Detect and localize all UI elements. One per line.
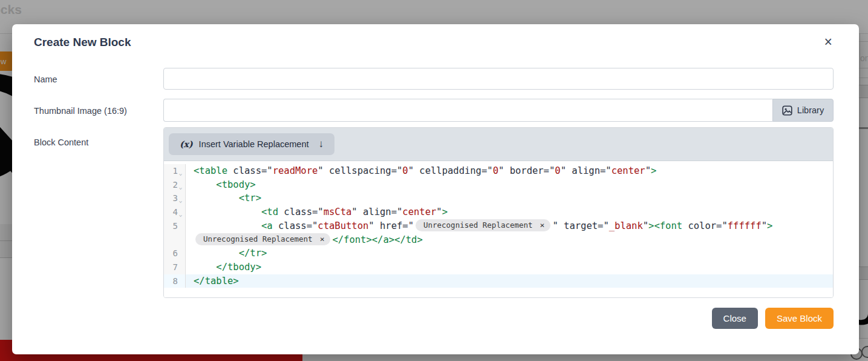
thumbnail-input[interactable] — [163, 99, 772, 122]
variable-icon: (x) — [180, 139, 193, 149]
code-line-content[interactable]: </tr> — [186, 247, 833, 260]
code-editor[interactable]: 1⌄<table class="readMore" cellspacing="0… — [164, 161, 833, 298]
code-line-6[interactable]: 6 </tr> — [164, 247, 833, 260]
line-number: 5 — [164, 219, 186, 247]
close-button[interactable]: Close — [712, 308, 758, 329]
code-line-5[interactable]: 5 <a class="ctaButton" href="Unrecognise… — [164, 219, 833, 247]
code-line-8[interactable]: 8</table> — [164, 274, 833, 288]
code-line-content[interactable]: <table class="readMore" cellspacing="0" … — [186, 164, 833, 178]
code-line-content[interactable]: <a class="ctaButton" href="Unrecognised … — [186, 219, 833, 247]
unrecognised-replacement-chip[interactable]: Unrecognised Replacement× — [416, 219, 550, 231]
block-content-label: Block Content — [34, 137, 88, 147]
line-number: 8 — [164, 274, 186, 288]
fold-chevron-icon[interactable]: ⌄ — [178, 167, 183, 180]
code-line-content[interactable]: <td class="msCta" align="center"> — [186, 205, 833, 219]
thumbnail-input-group: Library — [163, 99, 834, 122]
line-number: 4⌄ — [164, 205, 186, 219]
code-line-1[interactable]: 1⌄<table class="readMore" cellspacing="0… — [164, 164, 833, 178]
code-line-2[interactable]: 2⌄ <tbody> — [164, 178, 833, 192]
chip-remove-icon[interactable]: × — [540, 220, 545, 231]
line-number: 3⌄ — [164, 191, 186, 205]
chip-label: Unrecognised Replacement — [423, 220, 533, 231]
insert-variable-button[interactable]: (x) Insert Variable Replacement ↓ — [169, 133, 334, 155]
image-icon — [782, 105, 792, 116]
line-number: 1⌄ — [164, 164, 186, 178]
line-number: 6 — [164, 247, 186, 260]
block-content-editor: (x) Insert Variable Replacement ↓ 1⌄<tab… — [163, 127, 834, 298]
editor-toolbar: (x) Insert Variable Replacement ↓ — [164, 128, 833, 161]
save-block-button[interactable]: Save Block — [765, 308, 834, 329]
chip-remove-icon[interactable]: × — [320, 234, 325, 245]
line-number: 7 — [164, 260, 186, 274]
insert-variable-label: Insert Variable Replacement — [199, 139, 309, 149]
modal-footer: Close Save Block — [712, 308, 834, 329]
screen: Blocks Create New & on US Create New Blo… — [0, 0, 868, 361]
close-icon[interactable]: × — [824, 35, 832, 49]
library-button-label: Library — [797, 105, 824, 115]
modal-title: Create New Block — [34, 36, 131, 49]
line-number: 2⌄ — [164, 178, 186, 192]
code-line-content[interactable]: <tr> — [186, 191, 833, 205]
chip-label: Unrecognised Replacement — [203, 234, 313, 245]
code-line-7[interactable]: 7 </tbody> — [164, 260, 833, 274]
fold-chevron-icon[interactable]: ⌄ — [178, 194, 183, 208]
code-line-content[interactable]: </table> — [186, 274, 833, 288]
name-label: Name — [34, 75, 57, 84]
fold-chevron-icon[interactable]: ⌄ — [178, 180, 183, 194]
code-line-4[interactable]: 4⌄ <td class="msCta" align="center"> — [164, 205, 833, 219]
create-new-block-modal: Create New Block × Name Thumbnail Image … — [12, 24, 859, 354]
name-input[interactable] — [163, 68, 834, 90]
code-line-3[interactable]: 3⌄ <tr> — [164, 191, 833, 205]
code-line-content[interactable]: </tbody> — [186, 260, 833, 274]
thumbnail-label: Thumbnail Image (16:9) — [34, 106, 127, 116]
code-line-content[interactable]: <tbody> — [186, 178, 833, 192]
fold-chevron-icon[interactable]: ⌄ — [178, 208, 183, 222]
chevron-down-icon: ↓ — [319, 138, 324, 150]
unrecognised-replacement-chip[interactable]: Unrecognised Replacement× — [195, 233, 330, 245]
library-button[interactable]: Library — [772, 99, 834, 122]
